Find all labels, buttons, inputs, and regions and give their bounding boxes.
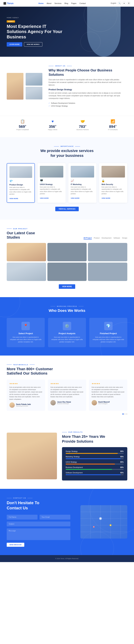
hero-content: HOME / AGENCY AGENCY Most Experience IT … [0, 17, 70, 46]
progress-fill-software [66, 474, 121, 475]
experience-image [7, 432, 57, 479]
service-card-product-design[interactable]: 💎 Product Design Duis aute irure dolor i… [7, 163, 35, 203]
nav-contact[interactable]: Contact [79, 2, 86, 4]
testimonial-1: ★★★★★ Duis at perspiciatis unde omnis is… [7, 380, 45, 411]
service-img-product-design [9, 166, 32, 178]
filter-all[interactable]: All Project [84, 237, 92, 240]
nav-services[interactable]: Services [54, 2, 61, 4]
skill-label-ux: UX/UI Strategy 85% [66, 461, 124, 463]
about-desc: Duis aute irure dolor in reprehenderit i… [49, 78, 127, 86]
exp-label: OUR RESULTS [62, 431, 127, 433]
language-selector[interactable]: English [111, 2, 116, 4]
author-2: Jason Roy Hawai Business Developer [50, 400, 83, 406]
skill-label-biz: Business Development 80% [66, 466, 124, 468]
case-grid [7, 243, 127, 281]
experience-title: More Than 25+ Years WeProvide Solutions [62, 434, 127, 444]
finished-project-icon: 💎 [104, 322, 113, 330]
message-input[interactable] [7, 528, 70, 540]
menu-icon[interactable]: ☰ [127, 2, 131, 5]
heart-icon[interactable]: ♥ [122, 2, 126, 5]
step-1-title: Select Project [10, 332, 42, 335]
author-info-1: Dante Palada Jade Marketing Executive [16, 404, 31, 407]
view-all-services-button[interactable]: VIEW ALL SERVICES [55, 207, 79, 211]
nav-blog[interactable]: Blog [64, 2, 68, 4]
service-card-web-security[interactable]: 🔒 Web Security Duis aute irure dolor in … [99, 163, 127, 203]
progress-bar-ux [66, 464, 124, 464]
message-field [7, 528, 70, 541]
services-grid: 💎 Product Design Duis aute irure dolor i… [7, 163, 127, 203]
search-icon[interactable]: 🔍 [118, 2, 121, 5]
dot-3[interactable] [126, 414, 127, 414]
fullname-input[interactable] [7, 515, 38, 520]
how-step-3: 💎 Finished Project Duis aute irure dolor… [89, 318, 127, 347]
map-grid [80, 505, 127, 538]
progress-fill-design [66, 453, 118, 454]
service-name-web-security: Web Security [102, 183, 125, 185]
list-item: UX/UI Design Strategy [49, 104, 127, 108]
case-label: OUR PROJECT [7, 228, 35, 230]
stat-label-consultants: IT Consultants [108, 129, 118, 130]
consultants-icon: 📶 [108, 119, 118, 124]
filter-development[interactable]: Development [102, 237, 111, 240]
nav-pages[interactable]: Pages [71, 2, 76, 4]
send-message-button[interactable]: SEND MESSAGE [7, 543, 24, 547]
skill-label-design: Design Strategy 90% [66, 450, 124, 452]
contact-map [80, 505, 127, 538]
service-link-product-design[interactable]: VIEW MORE [9, 198, 18, 199]
subject-field [7, 522, 70, 526]
service-card-it-marketing[interactable]: 📈 IT Marketing Duis aute irure dolor in … [68, 163, 96, 203]
dot-1[interactable] [122, 414, 124, 414]
case-img-4[interactable] [7, 262, 46, 281]
view-more-cases-button[interactable]: VIEW MORE [59, 284, 75, 289]
form-submit-wrap: SEND MESSAGE [7, 543, 70, 547]
list-item: Software Development Solutions [49, 102, 127, 104]
nav-about[interactable]: About [47, 2, 51, 4]
stat-partners: 🤝 783+ Business Partners [77, 119, 89, 130]
service-img-it-marketing [71, 166, 94, 178]
filter-product[interactable]: Product [94, 237, 99, 240]
breadcrumb: HOME / AGENCY [7, 17, 64, 18]
test-header: TESTIMONIALS More Than 800+ CustomerSati… [7, 364, 127, 376]
filter-design[interactable]: Design [122, 237, 127, 240]
case-img-3[interactable] [88, 243, 127, 261]
filter-software[interactable]: Software [113, 237, 120, 240]
nav-home[interactable]: Home [39, 2, 44, 4]
progress-fill-marketing [66, 458, 121, 459]
how-step-2: ⚙️ Project Analysis Duis aute irure dolo… [48, 318, 86, 347]
service-name-it-marketing: IT Marketing [71, 183, 94, 185]
service-card-ux-ui[interactable]: 🖥️ UX/UI Strategy Duis aute irure dolor … [38, 163, 66, 203]
case-img-2[interactable] [47, 243, 87, 261]
stats-section: 📋 569+ Project Completed ♥ 356+ Happy Cl… [0, 116, 134, 137]
how-we-works-button[interactable]: HOW WE WORKS [24, 42, 42, 46]
subject-input[interactable] [7, 522, 70, 526]
author-1: Dante Palada Jade Marketing Executive [9, 402, 42, 408]
logo[interactable]: ⬛ Torun [3, 2, 14, 5]
step-3-title: Finished Project [92, 332, 124, 335]
ux-ui-icon: 🖥️ [40, 179, 63, 182]
svg-point-8 [100, 518, 101, 519]
case-img-5[interactable] [47, 262, 87, 281]
case-img-6[interactable] [88, 262, 127, 281]
learn-more-button[interactable]: LEARN MORE [7, 42, 22, 46]
about-content: ABOUT US Why Most People Choose Our Busi… [49, 65, 127, 108]
how-it-works-section: WORKING PROCESS Who Does We Works 📍 Sele… [0, 297, 134, 356]
nav-links: Home About Services Blog Pages Contact [39, 2, 86, 4]
stat-label-projects: Project Completed [16, 129, 29, 130]
clients-icon: ♥ [48, 119, 57, 124]
author-role-2: Business Developer [57, 403, 71, 404]
case-img-1[interactable] [7, 243, 46, 261]
avatar-2 [50, 400, 56, 406]
service-link-it-marketing[interactable]: VIEW MORE [71, 197, 80, 199]
dot-2[interactable] [124, 414, 125, 414]
contact-form: SEND MESSAGE [7, 515, 70, 547]
stat-number-clients: 356+ [48, 124, 57, 129]
service-link-ux-ui[interactable]: VIEW MORE [40, 197, 49, 199]
svg-point-9 [110, 525, 111, 526]
select-project-icon: 📍 [21, 322, 30, 330]
service-link-web-security[interactable]: VIEW MORE [102, 197, 110, 199]
email-input[interactable] [40, 515, 70, 520]
footer: © 2024 Torun. All Rights Reserved. [0, 555, 134, 562]
avatar-3 [92, 400, 97, 406]
test-text-3: Duis at perspiciatis unde omnis iste nat… [92, 386, 125, 398]
step-3-desc: Duis aute irure dolor in reprehenderit i… [92, 336, 124, 343]
